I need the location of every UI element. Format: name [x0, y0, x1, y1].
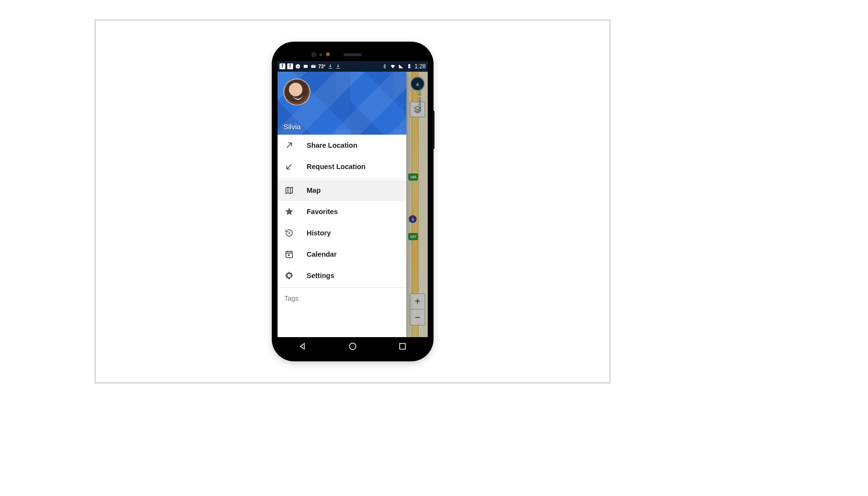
bluetooth-icon — [382, 63, 388, 69]
menu-separator — [278, 178, 406, 179]
interstate-shield: 5 — [409, 215, 417, 223]
circle-home-icon — [348, 341, 357, 351]
menu-item-history[interactable]: History — [278, 222, 406, 244]
nav-recents-button[interactable] — [395, 339, 410, 354]
svg-rect-1 — [304, 65, 308, 68]
download-icon — [335, 63, 341, 69]
map-layers-button[interactable] — [410, 102, 425, 117]
svg-rect-4 — [409, 64, 410, 64]
zoom-in-button[interactable]: + — [410, 294, 425, 310]
status-bar: f f 73° — [278, 61, 428, 72]
zoom-out-button[interactable]: − — [410, 310, 425, 325]
menu-item-label: Settings — [307, 272, 334, 279]
sensor-icon — [319, 53, 322, 56]
menu-item-calendar[interactable]: Calendar — [278, 244, 406, 265]
section-header-tags: Tags — [278, 289, 406, 305]
phone-top-hardware — [278, 47, 428, 61]
android-nav-bar — [278, 337, 428, 356]
drawer-menu: Share Location Request Location — [278, 135, 406, 337]
menu-item-label: Map — [307, 186, 321, 194]
square-recents-icon — [398, 341, 407, 351]
phone-screen: f f 73° — [278, 61, 428, 337]
menu-item-request-location[interactable]: Request Location — [278, 156, 406, 177]
download-icon — [327, 63, 333, 69]
calendar-icon — [284, 249, 294, 259]
earpiece-speaker — [343, 53, 362, 56]
arrow-up-right-icon — [284, 140, 294, 150]
sync-icon — [295, 63, 301, 69]
menu-item-label: Share Location — [307, 141, 357, 149]
navigation-drawer: Silvia Share Location — [278, 72, 406, 337]
weather-temperature: 73° — [318, 64, 326, 69]
route-shield: 166 — [408, 173, 418, 181]
user-name-label: Silvia — [283, 123, 401, 131]
menu-item-favorites[interactable]: Favorites — [278, 201, 406, 222]
facebook-notification-icon: f — [287, 63, 293, 69]
history-icon — [284, 228, 294, 238]
battery-charging-icon — [406, 63, 412, 69]
menu-item-label: Request Location — [307, 163, 366, 170]
cell-signal-icon — [398, 63, 404, 69]
svg-rect-6 — [288, 254, 290, 256]
svg-point-0 — [296, 64, 300, 69]
nav-back-button[interactable] — [295, 339, 310, 354]
map-background[interactable]: ▲ Eastlake Ave E 166 5 167 + − — [406, 72, 428, 337]
menu-item-label: Favorites — [307, 208, 338, 216]
svg-point-7 — [349, 343, 356, 349]
menu-separator — [278, 287, 406, 288]
nav-home-button[interactable] — [345, 339, 360, 354]
facebook-notification-icon: f — [279, 63, 285, 69]
menu-item-settings[interactable]: Settings — [278, 265, 406, 286]
wifi-icon — [390, 63, 396, 69]
road-label: Eastlake Ave E — [418, 86, 421, 111]
compass-button[interactable]: ▲ — [410, 77, 425, 91]
gear-icon — [284, 271, 294, 280]
triangle-back-icon — [298, 341, 308, 351]
mail-icon — [310, 63, 316, 69]
drawer-header[interactable]: Silvia — [278, 72, 406, 135]
map-icon — [284, 186, 294, 195]
document-frame: f f 73° — [94, 19, 611, 384]
menu-item-share-location[interactable]: Share Location — [278, 135, 406, 156]
app-content: Silvia Share Location — [278, 72, 428, 337]
sensor-light-icon — [326, 52, 330, 56]
menu-item-label: History — [307, 229, 331, 237]
star-icon — [284, 207, 294, 217]
user-avatar[interactable] — [283, 78, 310, 106]
menu-item-label: Calendar — [307, 250, 337, 258]
map-zoom-control: + − — [410, 294, 425, 326]
arrow-down-left-icon — [284, 162, 294, 171]
front-camera-icon — [311, 52, 316, 57]
menu-item-map[interactable]: Map — [278, 180, 406, 201]
screenshot-icon — [303, 63, 309, 69]
phone-power-button — [432, 110, 434, 149]
route-shield: 167 — [408, 233, 418, 240]
svg-rect-8 — [400, 343, 405, 349]
phone-device: f f 73° — [273, 43, 433, 360]
clock: 1:28 — [415, 63, 426, 70]
phone-glass: f f 73° — [278, 47, 428, 356]
